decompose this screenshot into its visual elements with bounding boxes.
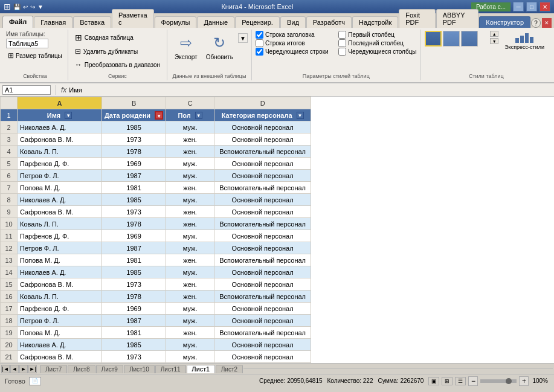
cell-name[interactable]: Николаев А. Д. [18,121,102,133]
update-sub-btn[interactable]: ▼ [238,33,248,43]
express-styles-btn[interactable]: Экспресс-стили [501,31,548,59]
redo-btn[interactable]: ↪ [30,4,35,10]
undo-btn[interactable]: ↩ [23,4,28,10]
cell-category[interactable]: Вспомогательный персонал [214,254,311,266]
sheet-tab[interactable]: Лист10 [124,365,155,373]
cell-gender[interactable]: муж. [166,170,214,182]
cell-year[interactable]: 1981 [102,182,166,194]
sheet-nav-first[interactable]: |◄ [1,365,10,373]
style-scroll-down[interactable]: ▼ [490,38,498,44]
banded-cols-check[interactable]: Чередующиеся столбцы [338,48,416,56]
header-cell-category[interactable]: Категория персонала ▼ [214,109,311,121]
tab-review[interactable]: Рецензир. [235,16,280,28]
cell-gender[interactable]: муж. [166,266,214,278]
filter-btn-category[interactable]: ▼ [297,112,304,119]
filter-btn-name[interactable]: ▼ [65,112,72,119]
sheet-nav-prev[interactable]: ◄ [10,365,19,373]
table-wrapper[interactable]: A B C D 1 Имя ▼ [0,97,554,363]
header-cell-gender[interactable]: Пол ▼ [166,109,214,121]
total-row-check[interactable]: Строка итогов [256,39,333,47]
header-row-checkbox[interactable] [256,31,263,39]
cell-gender[interactable]: муж. [166,194,214,206]
zoom-level[interactable]: 100% [531,378,549,384]
tab-file[interactable]: Файл [2,16,33,28]
page-layout-view-btn[interactable]: ⊞ [442,377,453,385]
tab-data[interactable]: Данные [197,16,234,28]
style-scroll-up[interactable]: ▲ [490,31,498,37]
tab-developer[interactable]: Разработч [306,16,352,28]
sheet-tab[interactable]: Лист7 [40,365,67,373]
cell-gender[interactable]: муж. [166,230,214,242]
cell-category[interactable]: Вспомогательный персонал [214,146,311,158]
banded-rows-checkbox[interactable] [256,48,263,56]
name-box[interactable] [2,85,51,95]
sheet-tab[interactable]: Лист8 [68,365,95,373]
table-name-input[interactable] [6,39,48,48]
cell-name[interactable]: Николаев А. Д. [18,339,102,351]
minimize-btn[interactable]: ─ [513,2,524,11]
cell-gender[interactable]: жен. [166,278,214,291]
cell-category[interactable]: Основной персонал [214,339,311,351]
cell-gender[interactable]: муж. [166,242,214,254]
tab-layout[interactable]: Разметка с [112,9,154,28]
customize-btn[interactable]: ▼ [37,4,43,10]
style-swatch-1[interactable] [425,31,442,47]
cell-gender[interactable]: жен. [166,291,214,303]
sheet-tab[interactable]: Лист1 [187,365,215,373]
cell-name[interactable]: Попова М. Д. [18,254,102,266]
cell-name[interactable]: Сафронова В. М. [18,133,102,146]
cell-category[interactable]: Основной персонал [214,278,311,291]
formula-input[interactable] [69,86,552,94]
header-cell-dob[interactable]: Дата рождени ▼ [102,109,166,121]
cell-year[interactable]: 1973 [102,278,166,291]
tab-addins[interactable]: Надстройк [352,16,398,28]
update-btn[interactable]: ↻ Обновить [202,31,237,69]
cell-category[interactable]: Основной персонал [214,206,311,218]
cell-year[interactable]: 1973 [102,133,166,146]
cell-gender[interactable]: жен. [166,327,214,339]
cell-name[interactable]: Николаев А. Д. [18,194,102,206]
cell-name[interactable]: Коваль Л. П. [18,146,102,158]
cell-category[interactable]: Основной персонал [214,121,311,133]
sheet-tab[interactable]: Лист11 [155,365,186,373]
cell-year[interactable]: 1987 [102,315,166,327]
tab-formulas[interactable]: Формулы [155,16,197,28]
tab-constructor[interactable]: Конструктор [479,16,530,28]
cell-name[interactable]: Петров Ф. Л. [18,242,102,254]
cell-name[interactable]: Петров Ф. Л. [18,170,102,182]
cell-name[interactable]: Петров Ф. Л. [18,315,102,327]
cell-year[interactable]: 1987 [102,170,166,182]
col-header-B[interactable]: B [102,97,166,109]
cell-gender[interactable]: муж. [166,351,214,363]
cell-year[interactable]: 1978 [102,218,166,230]
cell-year[interactable]: 1985 [102,339,166,351]
cell-category[interactable]: Основной персонал [214,230,311,242]
cell-gender[interactable]: жен. [166,133,214,146]
header-row-check[interactable]: Строка заголовка [256,31,333,39]
first-col-checkbox[interactable] [338,31,346,39]
last-col-checkbox[interactable] [338,39,346,47]
banded-rows-check[interactable]: Чередующиеся строки [256,48,333,56]
cell-name[interactable]: Парфенов Д. Ф. [18,158,102,170]
sheet-tab[interactable]: Лист9 [96,365,123,373]
sheet-nav-last[interactable]: ►| [28,365,37,373]
cell-category[interactable]: Вспомогательный персонал [214,218,311,230]
cell-gender[interactable]: жен. [166,218,214,230]
cell-name[interactable]: Парфенов Д. Ф. [18,230,102,242]
cell-year[interactable]: 1973 [102,351,166,363]
cell-name[interactable]: Коваль Л. П. [18,218,102,230]
cell-category[interactable]: Основной персонал [214,158,311,170]
cell-year[interactable]: 1985 [102,266,166,278]
cell-year[interactable]: 1969 [102,303,166,315]
cell-gender[interactable]: муж. [166,121,214,133]
cell-gender[interactable]: жен. [166,254,214,266]
header-cell-name[interactable]: Имя ▼ [18,109,102,121]
cell-name[interactable]: Попова М. Д. [18,182,102,194]
cell-year[interactable]: 1978 [102,291,166,303]
export-btn[interactable]: ⇨ Экспорт [171,31,201,69]
first-col-check[interactable]: Первый столбец [338,31,416,39]
cell-gender[interactable]: муж. [166,158,214,170]
tab-abbyy[interactable]: ABBYY PDF [436,9,479,28]
help-btn[interactable]: ? [531,18,541,28]
cell-category[interactable]: Вспомогательный персонал [214,327,311,339]
